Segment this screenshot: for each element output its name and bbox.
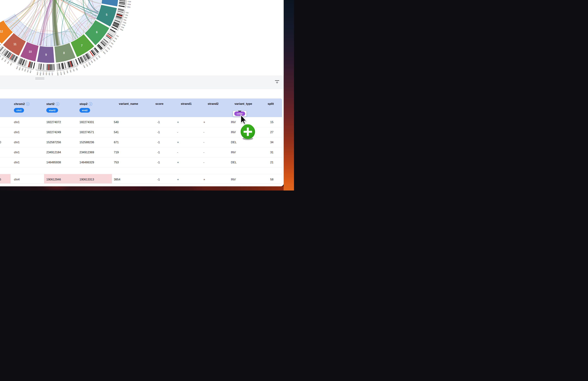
column-label: strand2 xyxy=(208,102,218,106)
info-icon[interactable]: i xyxy=(26,102,30,106)
column-label: split xyxy=(268,102,274,106)
info-icon[interactable]: i xyxy=(89,102,92,106)
info-icon[interactable]: i xyxy=(56,102,59,106)
table-row[interactable]: chr1 234912184 234912369 719 -1 - - INV … xyxy=(0,147,282,157)
svg-text:100M: 100M xyxy=(109,45,112,48)
svg-text:120M: 120M xyxy=(107,47,110,50)
svg-text:60M: 60M xyxy=(112,40,115,43)
svg-text:180M: 180M xyxy=(127,6,130,8)
svg-text:40M: 40M xyxy=(125,14,128,16)
svg-text:8: 8 xyxy=(63,51,65,54)
svg-text:40M: 40M xyxy=(48,73,50,75)
table-row[interactable]: chr1 182274249 182274571 541 -1 - - INV … xyxy=(0,127,282,137)
svg-text:6: 6 xyxy=(96,31,98,34)
svg-text:140M: 140M xyxy=(121,26,125,29)
svg-text:60M: 60M xyxy=(125,16,127,19)
desktop-wallpaper-bottom xyxy=(0,186,284,190)
svg-text:12: 12 xyxy=(0,30,3,33)
column-label: start2 xyxy=(46,102,54,106)
svg-text:80M: 80M xyxy=(124,19,126,21)
svg-text:160M: 160M xyxy=(103,51,106,54)
svg-text:20M: 20M xyxy=(29,70,32,73)
column-header-variant-type[interactable]: variant_type xyxy=(228,99,259,106)
svg-text:60M: 60M xyxy=(93,59,96,62)
svg-text:140M: 140M xyxy=(83,65,85,68)
svg-text:120M: 120M xyxy=(122,24,125,26)
svg-text:7: 7 xyxy=(81,44,83,47)
svg-text:60M: 60M xyxy=(69,70,72,72)
svg-text:60M: 60M xyxy=(4,59,7,62)
svg-text:60M: 60M xyxy=(24,69,26,72)
svg-text:80M: 80M xyxy=(111,42,114,45)
resize-handle-icon[interactable] xyxy=(35,77,44,80)
svg-text:40M: 40M xyxy=(95,57,98,60)
mapping-badge[interactable]: start2 xyxy=(46,108,58,112)
svg-text:120M: 120M xyxy=(37,72,39,75)
svg-text:80M: 80M xyxy=(90,60,93,63)
svg-text:20M: 20M xyxy=(98,55,101,58)
drag-ghost-color-badge: color xyxy=(233,111,246,116)
column-label: strand1 xyxy=(181,102,191,106)
desktop: 45678910111220M40M60M80M100M120M140M160M… xyxy=(0,0,294,190)
download-button[interactable] xyxy=(274,80,280,85)
column-label: variant_type xyxy=(234,102,252,106)
table-row[interactable]: chr1 182274072 182274331 540 -1 + + INV … xyxy=(0,117,282,127)
svg-text:9: 9 xyxy=(45,53,47,56)
column-label: score xyxy=(155,102,163,106)
table-row-highlighted[interactable]: 6 chr4 190612946 190613313 3854 -1 + + I… xyxy=(0,174,282,184)
svg-text:120M: 120M xyxy=(16,66,19,69)
column-header-score[interactable]: score xyxy=(145,99,174,106)
circos-plot[interactable]: 45678910111220M40M60M80M100M120M140M160M… xyxy=(0,0,134,76)
app-window: 45678910111220M40M60M80M100M120M140M160M… xyxy=(0,0,284,186)
svg-text:120M: 120M xyxy=(85,63,88,67)
svg-text:100M: 100M xyxy=(0,55,1,59)
svg-text:60M: 60M xyxy=(45,73,47,75)
column-header-chrom2[interactable]: chrom2i chr2 xyxy=(11,99,44,112)
svg-text:20M: 20M xyxy=(10,63,12,66)
column-header-start2[interactable]: start2i start2 xyxy=(44,99,77,112)
svg-text:140M: 140M xyxy=(105,49,108,52)
column-header-variant-name[interactable]: variant_name xyxy=(112,99,145,106)
mapping-badge[interactable]: chr2 xyxy=(14,108,24,112)
table-body: chr1 182274072 182274331 540 -1 + + INV … xyxy=(0,117,282,184)
table-row-spacer xyxy=(0,167,282,174)
svg-text:100M: 100M xyxy=(123,21,126,24)
svg-text:40M: 40M xyxy=(73,69,75,72)
svg-text:120M: 120M xyxy=(60,72,62,75)
column-header-split[interactable]: split xyxy=(259,99,282,106)
svg-text:40M: 40M xyxy=(114,37,117,40)
svg-text:5: 5 xyxy=(106,13,107,16)
svg-text:20M: 20M xyxy=(116,35,119,37)
column-label: variant_name xyxy=(119,102,138,106)
circos-svg: 45678910111220M40M60M80M100M120M140M160M… xyxy=(0,0,134,76)
svg-text:10: 10 xyxy=(29,50,32,53)
svg-text:40M: 40M xyxy=(7,61,9,64)
column-header-stop2[interactable]: stop2i end2 xyxy=(77,99,112,112)
svg-text:80M: 80M xyxy=(1,57,4,60)
mapping-badge[interactable]: end2 xyxy=(80,108,90,112)
svg-text:20M: 20M xyxy=(126,12,128,14)
svg-text:100M: 100M xyxy=(40,72,42,76)
panel-divider xyxy=(0,76,284,89)
column-header-strand1[interactable]: strand1 xyxy=(174,99,199,106)
svg-text:80M: 80M xyxy=(66,70,68,73)
svg-text:80M: 80M xyxy=(21,68,24,71)
table-row[interactable]: chr1 146485938 146486329 753 -1 + - DEL … xyxy=(0,157,282,167)
color-badge: color xyxy=(234,112,245,116)
table-row[interactable]: 0 chr1 152587256 152588236 671 -1 + - DE… xyxy=(0,137,282,147)
desktop-wallpaper-right xyxy=(284,0,294,190)
column-header-stop1[interactable] xyxy=(0,99,11,102)
download-icon xyxy=(274,80,280,85)
svg-text:100M: 100M xyxy=(18,67,21,70)
svg-text:11: 11 xyxy=(14,43,17,46)
column-label: stop2 xyxy=(80,102,87,106)
svg-text:20M: 20M xyxy=(76,67,78,70)
column-header-strand2[interactable]: strand2 xyxy=(199,99,228,106)
svg-text:140M: 140M xyxy=(128,1,131,3)
svg-text:40M: 40M xyxy=(27,69,29,72)
svg-text:100M: 100M xyxy=(88,62,91,66)
svg-text:80M: 80M xyxy=(42,72,44,75)
svg-text:160M: 160M xyxy=(120,28,123,31)
column-label: chrom2 xyxy=(14,102,25,106)
svg-text:140M: 140M xyxy=(57,72,59,76)
